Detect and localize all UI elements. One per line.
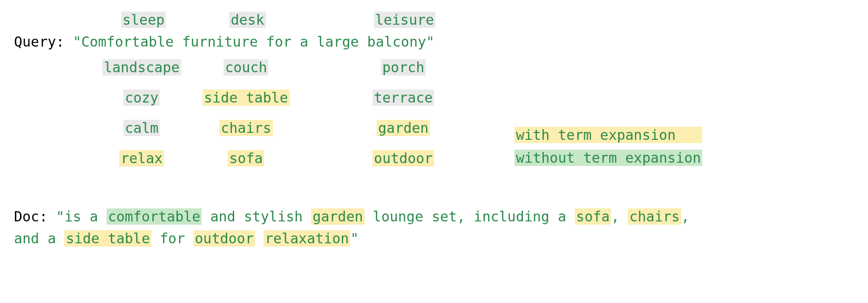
column-2: couch side table chairs sofa (203, 59, 290, 166)
doc-comma-2: , (681, 208, 690, 225)
doc-label: Doc: (14, 208, 47, 225)
column-3: porch terrace garden outdoor (373, 59, 434, 166)
term-couch: couch (224, 59, 268, 76)
legend: with term expansion without term expansi… (515, 127, 702, 166)
term-leisure: leisure (374, 12, 435, 28)
term-outdoor: outdoor (373, 150, 434, 166)
term-garden: garden (377, 120, 430, 136)
term-porch: porch (381, 59, 426, 76)
term-sleep: sleep (121, 12, 166, 28)
doc-comma-1: , (611, 208, 628, 225)
query-text: "Comfortable furniture for a large balco… (73, 34, 434, 50)
legend-with-expansion: with term expansion (515, 127, 702, 143)
doc-match-garden: garden (311, 208, 364, 225)
term-sidetable: side table (203, 90, 290, 106)
legend-without-expansion: without term expansion (515, 150, 702, 166)
doc-text-4: and a (14, 230, 64, 247)
doc-quote-close: " (350, 230, 359, 247)
doc-text: "is a comfortable and stylish garden lou… (14, 208, 690, 247)
doc-match-comfortable: comfortable (107, 208, 202, 225)
term-chairs: chairs (219, 120, 272, 136)
doc-match-outdoor: outdoor (193, 230, 255, 247)
query-label: Query: (14, 34, 64, 50)
doc-match-sidetable: side table (64, 230, 151, 247)
term-landscape: landscape (102, 59, 181, 76)
column-1: landscape cozy calm relax (102, 59, 181, 166)
doc-text-3: lounge set, including a (365, 208, 575, 225)
query-line: Query: "Comfortable furniture for a larg… (14, 34, 854, 50)
doc-match-relaxation: relaxation (264, 230, 351, 247)
doc-block: Doc: "is a comfortable and stylish garde… (14, 206, 694, 249)
term-sofa: sofa (228, 150, 264, 166)
doc-match-sofa: sofa (575, 208, 611, 225)
expansion-grid: landscape cozy calm relax couch side tab… (98, 59, 854, 187)
doc-match-chairs: chairs (628, 208, 681, 225)
above-query-row: sleep desk leisure (107, 12, 854, 28)
doc-text-1: is a (64, 208, 106, 225)
term-terrace: terrace (373, 90, 434, 106)
term-desk: desk (229, 12, 265, 28)
term-relax: relax (119, 150, 164, 166)
doc-quote-open: " (56, 208, 64, 225)
doc-text-2: and stylish (202, 208, 311, 225)
term-cozy: cozy (123, 90, 160, 106)
doc-text-5: for (151, 230, 193, 247)
term-calm: calm (123, 120, 160, 136)
doc-space (255, 230, 264, 247)
